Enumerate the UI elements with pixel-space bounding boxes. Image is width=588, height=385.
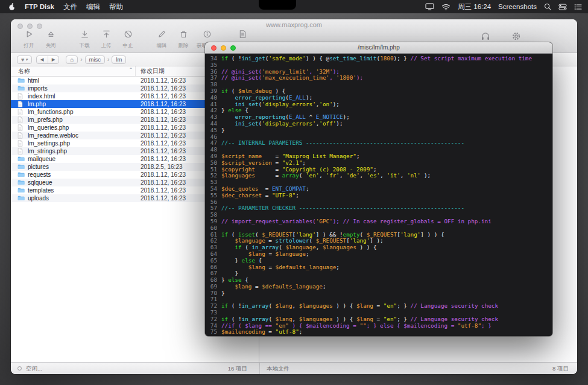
file-name: mailqueue — [28, 156, 55, 162]
file-date: 2018.1.12, 16:23 — [141, 132, 186, 139]
app-menu-title[interactable]: FTP Disk — [25, 3, 54, 10]
code-line: 59// import_request_variables('GPC'); //… — [205, 218, 552, 225]
file-name: html — [28, 77, 39, 84]
editor-window: /misc/lm/lm.php 34if ( !ini_get('safe_mo… — [205, 42, 552, 336]
file-date: 2018.1.12, 16:23 — [141, 116, 186, 124]
line-number: 75 — [205, 329, 221, 336]
code-line: 44 ini_set('display_errors','off'); — [205, 121, 552, 127]
status-icon — [17, 366, 22, 371]
code-line: 34if ( !ini_get('safe_mode') ) { @set_ti… — [205, 56, 552, 62]
column-header-date[interactable]: 修改日期 — [136, 67, 165, 75]
toolbar-button[interactable]: 关闭 — [42, 30, 59, 49]
screenshots-menu-item[interactable]: Screenshots — [498, 3, 537, 10]
code-line: 41 ini_set('display_errors','on'); — [205, 101, 552, 108]
toolbar-button[interactable]: 下载 — [76, 30, 93, 49]
code-line: 47//-- INTERNAL PARAMETERS -------------… — [205, 140, 552, 147]
file-name: sqlqueue — [28, 179, 52, 186]
toolbar-label: 打开 — [24, 42, 34, 49]
file-name: lm_strings.php — [28, 148, 67, 154]
file-date: 2018.1.12, 16:23 — [141, 171, 186, 179]
toolbar-label: 编辑 — [157, 42, 167, 49]
file-name: lm_functions.php — [28, 109, 74, 115]
pane-label: 本地文件 — [267, 365, 289, 373]
menu-item[interactable]: 帮助 — [109, 2, 123, 11]
open-icon — [25, 30, 34, 41]
file-name: templates — [28, 187, 54, 194]
log-icon — [238, 30, 247, 41]
file-icon — [17, 148, 23, 154]
code-line: 75$mailencoding = "utf-8"; — [205, 329, 552, 336]
file-date: 2018.1.12, 16:23 — [141, 100, 186, 108]
menubar-clock[interactable]: 周三 16:24 — [458, 2, 491, 11]
wifi-icon[interactable] — [441, 4, 450, 10]
favorites-button[interactable]: ♥ ▾ — [17, 56, 32, 64]
sort-ascending-icon: ˆ — [130, 67, 132, 74]
folder-icon — [17, 77, 25, 83]
file-date: 2018.1.12, 16:23 — [141, 77, 186, 84]
toolbar-label: 关闭 — [46, 42, 56, 49]
breadcrumb-segment[interactable]: lm — [112, 56, 126, 64]
code-line: 55$dec_charset = "UTF-8"; — [205, 192, 552, 199]
line-number: 55 — [205, 192, 221, 199]
display-mirroring-icon[interactable] — [425, 3, 434, 10]
toolbar-label: 上传 — [101, 42, 112, 49]
file-icon — [17, 132, 23, 139]
apple-menu-icon[interactable] — [8, 2, 16, 11]
headphones-icon[interactable] — [481, 31, 490, 43]
camera-notch — [259, 0, 296, 10]
crumb-separator-icon: › — [80, 56, 82, 63]
toolbar-button[interactable]: 编辑 — [153, 30, 170, 49]
folder-icon — [17, 187, 25, 193]
line-number: 35 — [205, 62, 221, 69]
folder-icon — [17, 85, 25, 91]
toolbar-button[interactable]: 上传 — [98, 30, 115, 49]
folder-icon — [17, 195, 25, 201]
menu-bar: FTP Disk 文件编辑帮助 周三 16:24 Screenshots — [0, 0, 588, 13]
menu-item[interactable]: 文件 — [63, 2, 77, 11]
line-number: 60 — [205, 225, 221, 232]
code-editor[interactable]: 34if ( !ini_get('safe_mode') ) { @set_ti… — [205, 54, 552, 336]
file-name: lm_settings.php — [28, 140, 70, 147]
item-count-left: 16 项目 — [210, 365, 247, 373]
info-icon — [203, 30, 212, 41]
toolbar-button[interactable]: 删除 — [175, 30, 192, 49]
toolbar-button[interactable]: 中止 — [119, 30, 136, 49]
file-icon — [17, 109, 23, 115]
breadcrumb-segment[interactable]: misc — [85, 56, 106, 64]
toolbar-button[interactable]: 打开 — [21, 30, 37, 49]
list-menu-icon[interactable] — [574, 4, 582, 10]
column-header-name[interactable]: 名称 ˆ — [11, 66, 136, 76]
file-name: requests — [28, 171, 51, 178]
chevron-down-icon: ▾ — [25, 57, 28, 62]
code-line: 52$languages = array( 'en', 'fr', 'de', … — [205, 173, 552, 179]
file-date: 2018.1.12, 16:23 — [141, 124, 186, 132]
file-name: lm_queries.php — [28, 124, 69, 131]
gear-icon[interactable] — [511, 31, 521, 43]
control-center-icon[interactable] — [558, 4, 567, 10]
file-date: 2018.1.12, 16:23 — [141, 155, 186, 163]
folder-icon — [17, 164, 25, 170]
history-segmented-control: ◀ ▶ — [36, 56, 60, 64]
file-date: 2018.1.12, 16:23 — [141, 84, 186, 92]
code-line: 57//-- PARAMETER CHECKER ---------------… — [205, 205, 552, 212]
item-count-right: 8 项目 — [552, 365, 569, 373]
file-icon — [17, 101, 23, 107]
code-line: 45} — [205, 127, 552, 134]
editor-titlebar[interactable]: /misc/lm/lm.php — [205, 42, 552, 54]
close-icon — [46, 30, 55, 41]
file-date: 2018.1.12, 16:23 — [141, 179, 186, 186]
line-number: 65 — [205, 258, 221, 264]
breadcrumb-root[interactable]: ⌂ — [66, 56, 78, 64]
file-name: lm_readme.webloc — [28, 132, 78, 139]
toolbar-label: 下载 — [80, 42, 90, 49]
line-number: 40 — [205, 95, 221, 101]
code-line: 37// @ini_set('max_execution_time', '180… — [205, 75, 552, 81]
search-icon[interactable] — [544, 3, 551, 10]
back-button[interactable]: ◀ — [37, 56, 48, 63]
toolbar-label: 删除 — [179, 42, 189, 49]
forward-button[interactable]: ▶ — [48, 56, 59, 63]
code-line: 69 $lang = $defaults_language; — [205, 284, 552, 290]
folder-icon — [17, 171, 25, 177]
menu-item[interactable]: 编辑 — [86, 2, 100, 11]
code-line: 70} — [205, 290, 552, 297]
